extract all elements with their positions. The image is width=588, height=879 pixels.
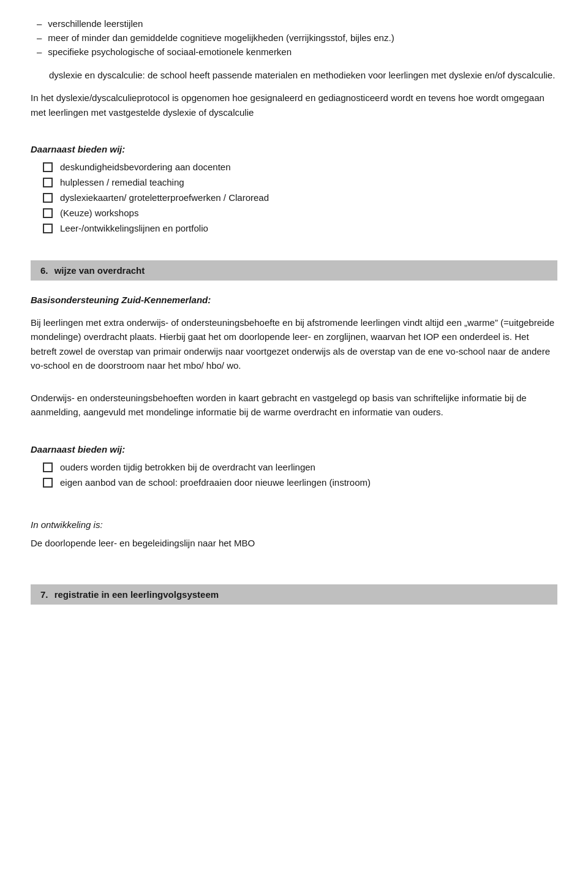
bullet-item-2: meer of minder dan gemiddelde cognitieve… bbox=[31, 32, 557, 43]
checkbox-item-1-2: hulplessen / remedial teaching bbox=[31, 177, 557, 187]
checkbox-icon-2-1 bbox=[43, 462, 53, 472]
section-6-header: 6. wijze van overdracht bbox=[31, 260, 557, 281]
top-bullet-list: verschillende leerstijlen meer of minder… bbox=[31, 18, 557, 57]
checkbox-item-1-4: (Keuze) workshops bbox=[31, 208, 557, 218]
paragraph-3: Bij leerlingen met extra onderwijs- of o… bbox=[31, 315, 557, 372]
checkbox-list-2: ouders worden tijdig betrokken bij de ov… bbox=[31, 462, 557, 488]
checkbox-list-1: deskundigheidsbevordering aan docenten h… bbox=[31, 162, 557, 233]
daarnaast-label-2: Daarnaast bieden wij: bbox=[31, 444, 557, 455]
checkbox-item-2-2: eigen aanbod van de school: proefdraaien… bbox=[31, 477, 557, 488]
checkbox-item-1-5: Leer-/ontwikkelingslijnen en portfolio bbox=[31, 223, 557, 233]
checkbox-icon-1-1 bbox=[43, 162, 53, 172]
checkbox-item-1-3: dyslexiekaarten/ groteletterproefwerken … bbox=[31, 192, 557, 203]
bullet-item-3: specifieke psychologische of sociaal-emo… bbox=[31, 47, 557, 57]
section-7-header: 7. registratie in een leerlingvolgsystee… bbox=[31, 584, 557, 605]
checkbox-icon-1-2 bbox=[43, 178, 53, 187]
checkbox-icon-1-3 bbox=[43, 193, 53, 203]
paragraph-6: De doorlopende leer- en begeleidingslijn… bbox=[31, 536, 557, 550]
checkbox-icon-2-2 bbox=[43, 478, 53, 488]
checkbox-item-1-1: deskundigheidsbevordering aan docenten bbox=[31, 162, 557, 172]
checkbox-item-2-1: ouders worden tijdig betrokken bij de ov… bbox=[31, 462, 557, 472]
checkbox-icon-1-4 bbox=[43, 208, 53, 218]
in-ontwikkeling-label: In ontwikkeling is: bbox=[31, 519, 557, 530]
page-content: verschillende leerstijlen meer of minder… bbox=[0, 0, 588, 641]
checkbox-icon-1-5 bbox=[43, 224, 53, 233]
bullet-item-1: verschillende leerstijlen bbox=[31, 18, 557, 29]
paragraph-5: Onderwijs- en ondersteuningsbehoeften wo… bbox=[31, 391, 557, 420]
dyslexie-paragraph: dyslexie en dyscalculie: de school heeft… bbox=[31, 68, 557, 82]
basisondersteuning-label: Basisondersteuning Zuid-Kennemerland: bbox=[31, 293, 557, 307]
protocol-paragraph: In het dyslexie/dyscalculieprotocol is o… bbox=[31, 91, 557, 119]
daarnaast-label-1: Daarnaast bieden wij: bbox=[31, 144, 557, 154]
